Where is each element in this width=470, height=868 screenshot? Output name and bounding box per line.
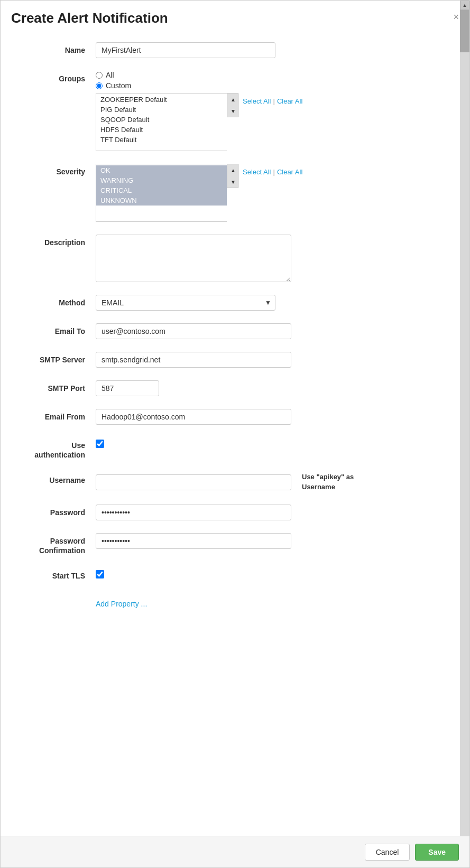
severity-label: Severity	[22, 164, 96, 178]
severity-actions-row: Select All | Clear All	[243, 166, 302, 176]
scroll-up-btn[interactable]: ▲	[460, 1, 469, 10]
password-row: Password	[22, 505, 448, 520]
groups-scroll-down[interactable]: ▼	[227, 105, 239, 117]
add-property-link[interactable]: Add Property ...	[96, 600, 147, 608]
severity-scroll-down[interactable]: ▼	[227, 176, 239, 188]
add-property-control: Add Property ...	[96, 594, 448, 608]
save-button[interactable]: Save	[415, 844, 459, 861]
severity-listbox-wrap: OK WARNING CRITICAL UNKNOWN ▲ ▼ Select A…	[96, 164, 302, 222]
groups-listbox[interactable]: ZOOKEEPER Default PIG Default SQOOP Defa…	[96, 93, 227, 151]
use-auth-checkbox[interactable]	[96, 440, 104, 448]
name-label: Name	[22, 42, 96, 56]
email-from-control	[96, 409, 448, 425]
groups-all-label: All	[106, 71, 114, 79]
method-select-wrap: EMAIL SNMP Custom ▼	[96, 295, 275, 311]
list-item[interactable]: HDFS Default	[96, 125, 227, 135]
create-alert-dialog: ▲ ▼ Create Alert Notification × Name Gro…	[0, 0, 470, 868]
smtp-port-input[interactable]	[96, 380, 159, 396]
description-row: Description	[22, 235, 448, 282]
description-input[interactable]	[96, 235, 291, 282]
smtp-server-input[interactable]	[96, 352, 291, 368]
method-control: EMAIL SNMP Custom ▼	[96, 295, 448, 311]
smtp-server-label: SMTP Server	[22, 352, 96, 366]
groups-all-radio[interactable]	[96, 72, 103, 79]
method-select[interactable]: EMAIL SNMP Custom	[96, 295, 275, 311]
use-auth-checkbox-wrap	[96, 437, 104, 448]
groups-all-option[interactable]: All	[96, 71, 131, 79]
add-property-spacer	[22, 594, 96, 598]
password-input[interactable]	[96, 505, 291, 520]
severity-control: OK WARNING CRITICAL UNKNOWN ▲ ▼ Select A…	[96, 164, 448, 222]
username-hint: Use "apikey" asUsername	[302, 472, 354, 491]
username-label: Username	[22, 472, 96, 486]
list-item[interactable]: CRITICAL	[96, 185, 227, 195]
severity-scroll-up[interactable]: ▲	[227, 164, 239, 176]
groups-radio-group: All Custom	[96, 71, 131, 90]
password-control	[96, 505, 448, 520]
email-from-row: Email From	[22, 409, 448, 425]
start-tls-label: Start TLS	[22, 568, 96, 582]
start-tls-checkbox-wrap	[96, 568, 104, 578]
smtp-port-row: SMTP Port	[22, 380, 448, 396]
severity-select-all-btn[interactable]: Select All	[243, 168, 271, 176]
name-input[interactable]	[96, 42, 275, 58]
groups-custom-option[interactable]: Custom	[96, 81, 131, 90]
close-button[interactable]: ×	[453, 12, 459, 22]
email-to-control	[96, 323, 448, 339]
severity-scrollbar: ▲ ▼	[227, 164, 238, 188]
groups-scrollbar: ▲ ▼	[227, 93, 238, 117]
severity-row: Severity OK WARNING CRITICAL UNKNOWN ▲ ▼	[22, 164, 448, 222]
list-item[interactable]: OK	[96, 165, 227, 175]
password-confirm-label: PasswordConfirmation	[22, 533, 96, 555]
groups-listbox-section: ZOOKEEPER Default PIG Default SQOOP Defa…	[96, 93, 302, 151]
username-input[interactable]	[96, 474, 291, 490]
password-label: Password	[22, 505, 96, 518]
list-item[interactable]: SQOOP Default	[96, 115, 227, 125]
description-label: Description	[22, 235, 96, 248]
severity-clear-all-btn[interactable]: Clear All	[277, 168, 302, 176]
email-from-label: Email From	[22, 409, 96, 423]
email-from-input[interactable]	[96, 409, 291, 425]
name-row: Name	[22, 42, 448, 58]
list-item[interactable]: TFT Default	[96, 135, 227, 145]
username-control: Use "apikey" asUsername	[96, 472, 448, 491]
dialog-body: Name Groups All Custom	[1, 32, 469, 663]
groups-control: All Custom ZOOKEEPER Default PIG Default…	[96, 71, 448, 151]
severity-separator: |	[273, 168, 274, 176]
dialog-footer: Cancel Save	[1, 836, 469, 867]
email-to-input[interactable]	[96, 323, 291, 339]
groups-select-all-btn[interactable]: Select All	[243, 97, 271, 105]
list-item[interactable]: PIG Default	[96, 105, 227, 115]
cancel-button[interactable]: Cancel	[365, 844, 410, 861]
dialog-header: Create Alert Notification ×	[1, 1, 469, 32]
smtp-server-row: SMTP Server	[22, 352, 448, 368]
groups-scroll-up[interactable]: ▲	[227, 94, 239, 105]
groups-actions: Select All | Clear All	[238, 93, 302, 105]
list-item[interactable]: WARNING	[96, 175, 227, 185]
groups-label: Groups	[22, 71, 96, 85]
groups-row: Groups All Custom ZOOKEEPER Default P	[22, 71, 448, 151]
smtp-port-label: SMTP Port	[22, 380, 96, 394]
name-control	[96, 42, 448, 58]
start-tls-row: Start TLS	[22, 568, 448, 582]
email-to-label: Email To	[22, 323, 96, 337]
password-confirm-row: PasswordConfirmation	[22, 533, 448, 555]
smtp-server-control	[96, 352, 448, 368]
method-row: Method EMAIL SNMP Custom ▼	[22, 295, 448, 311]
start-tls-checkbox[interactable]	[96, 570, 104, 578]
severity-listbox[interactable]: OK WARNING CRITICAL UNKNOWN	[96, 164, 227, 222]
password-confirm-input[interactable]	[96, 533, 291, 549]
scroll-track	[460, 10, 469, 858]
groups-separator: |	[273, 97, 274, 105]
method-label: Method	[22, 295, 96, 309]
dialog-title: Create Alert Notification	[11, 10, 168, 26]
scroll-thumb[interactable]	[460, 10, 469, 52]
groups-custom-radio[interactable]	[96, 82, 103, 89]
dialog-scrollbar[interactable]: ▲ ▼	[460, 1, 469, 867]
groups-actions-row: Select All | Clear All	[243, 95, 302, 105]
list-item[interactable]: UNKNOWN	[96, 195, 227, 206]
password-confirm-control	[96, 533, 448, 549]
list-item[interactable]: ZOOKEEPER Default	[96, 95, 227, 105]
groups-clear-all-btn[interactable]: Clear All	[277, 97, 302, 105]
groups-custom-label: Custom	[106, 81, 131, 90]
